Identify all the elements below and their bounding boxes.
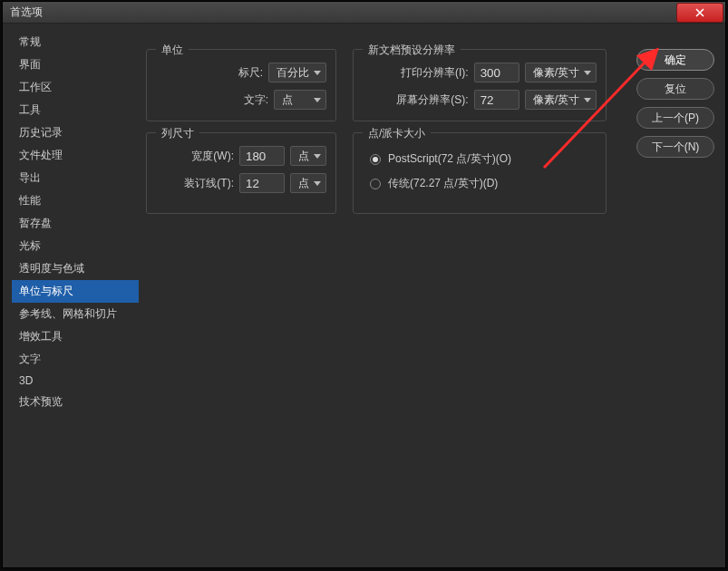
close-icon	[694, 6, 706, 19]
width-input[interactable]	[239, 146, 285, 166]
ok-button[interactable]: 确定	[636, 49, 714, 71]
sidebar-item-15[interactable]: 3D	[12, 371, 139, 391]
dialog-title: 首选项	[10, 5, 43, 20]
gutter-unit-select[interactable]: 点	[290, 173, 326, 193]
print-res-label: 打印分辨率(I):	[401, 65, 469, 81]
radio-traditional[interactable]	[370, 179, 381, 189]
sidebar-item-2[interactable]: 工作区	[12, 76, 139, 99]
sidebar-item-14[interactable]: 文字	[12, 348, 139, 371]
sidebar-item-13[interactable]: 增效工具	[12, 325, 139, 348]
radio-traditional-label: 传统(72.27 点/英寸)(D)	[388, 176, 498, 191]
sidebar-item-0[interactable]: 常规	[12, 31, 139, 53]
titlebar: 首选项	[3, 2, 725, 24]
radio-postscript-label: PostScript(72 点/英寸)(O)	[388, 151, 511, 167]
dialog-content: 常规界面工作区工具历史记录文件处理导出性能暂存盘光标透明度与色域单位与标尺参考线…	[3, 24, 725, 567]
screen-res-label: 屏幕分辨率(S):	[396, 92, 468, 108]
sidebar-item-3[interactable]: 工具	[12, 99, 139, 121]
sidebar-item-6[interactable]: 导出	[12, 167, 139, 189]
next-button[interactable]: 下一个(N)	[636, 136, 714, 158]
type-label: 文字:	[244, 92, 268, 108]
group-newdoc-resolution: 新文档预设分辨率 打印分辨率(I): 像素/英寸 屏幕分辨率(S): 像素/英寸	[353, 49, 607, 121]
sidebar-item-9[interactable]: 光标	[12, 235, 139, 257]
sidebar-item-5[interactable]: 文件处理	[12, 144, 139, 167]
width-unit-select[interactable]: 点	[290, 146, 326, 166]
group-colsize-legend: 列尺寸	[156, 126, 199, 141]
group-pica-legend: 点/派卡大小	[363, 126, 431, 141]
close-button[interactable]	[676, 3, 723, 23]
sidebar-item-16[interactable]: 技术预览	[12, 391, 139, 413]
sidebar-item-12[interactable]: 参考线、网格和切片	[12, 303, 139, 325]
gutter-label: 装订线(T):	[184, 176, 234, 191]
print-res-input[interactable]	[474, 63, 519, 82]
prev-button[interactable]: 上一个(P)	[636, 107, 714, 129]
sidebar-item-10[interactable]: 透明度与色域	[12, 257, 139, 280]
screen-res-input[interactable]	[474, 90, 519, 110]
main-area: 单位 标尺: 百分比 文字: 点 列尺寸 宽度(W): 点	[146, 31, 714, 560]
radio-traditional-row[interactable]: 传统(72.27 点/英寸)(D)	[370, 176, 597, 191]
print-res-unit-select[interactable]: 像素/英寸	[525, 63, 597, 82]
group-newdoc-legend: 新文档预设分辨率	[363, 43, 461, 58]
sidebar-item-1[interactable]: 界面	[12, 53, 139, 76]
sidebar-item-7[interactable]: 性能	[12, 189, 139, 212]
screen-res-unit-select[interactable]: 像素/英寸	[525, 90, 597, 110]
reset-button[interactable]: 复位	[636, 78, 714, 100]
sidebar-item-8[interactable]: 暂存盘	[12, 212, 139, 235]
radio-postscript[interactable]	[370, 154, 381, 165]
group-column-size: 列尺寸 宽度(W): 点 装订线(T): 点	[146, 132, 336, 214]
ruler-label: 标尺:	[238, 65, 263, 81]
ruler-select[interactable]: 百分比	[268, 63, 326, 82]
sidebar-item-11[interactable]: 单位与标尺	[12, 280, 139, 303]
preferences-sidebar: 常规界面工作区工具历史记录文件处理导出性能暂存盘光标透明度与色域单位与标尺参考线…	[12, 31, 139, 413]
width-label: 宽度(W):	[191, 149, 234, 164]
sidebar-item-4[interactable]: 历史记录	[12, 121, 139, 144]
preferences-dialog: 首选项 常规界面工作区工具历史记录文件处理导出性能暂存盘光标透明度与色域单位与标…	[2, 1, 726, 568]
group-units-legend: 单位	[156, 43, 189, 58]
group-point-pica-size: 点/派卡大小 PostScript(72 点/英寸)(O) 传统(72.27 点…	[353, 132, 607, 214]
type-select[interactable]: 点	[274, 90, 326, 110]
group-units: 单位 标尺: 百分比 文字: 点	[146, 49, 336, 121]
radio-postscript-row[interactable]: PostScript(72 点/英寸)(O)	[370, 151, 597, 167]
dialog-buttons: 确定 复位 上一个(P) 下一个(N)	[636, 49, 714, 165]
gutter-input[interactable]	[239, 173, 285, 193]
